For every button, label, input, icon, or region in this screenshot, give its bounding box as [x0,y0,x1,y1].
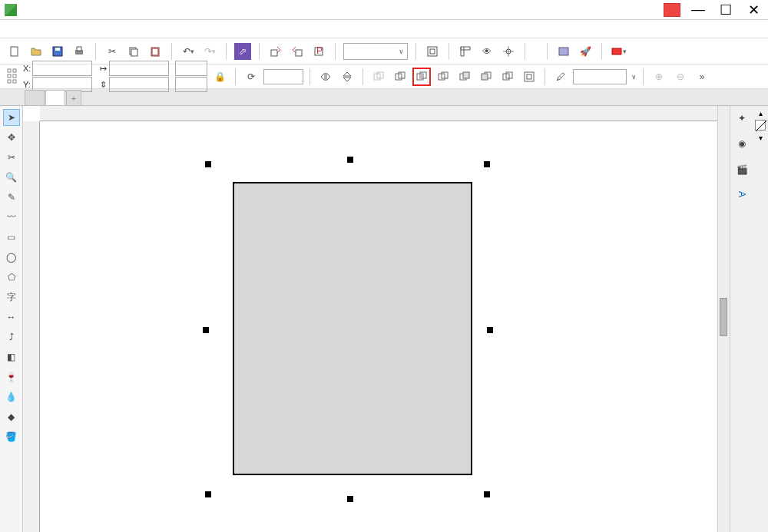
svg-rect-22 [8,80,11,83]
fullscreen-button[interactable] [424,43,441,60]
remove-preset-button[interactable]: ⊖ [671,68,690,86]
docker-lens[interactable]: ◉ [736,137,748,152]
color-palette: ▴ ▾ [753,106,767,532]
polygon-tool[interactable]: ⬠ [3,269,20,286]
vertical-ruler[interactable] [23,121,40,532]
eyedropper-tool[interactable]: 💧 [3,388,20,405]
intersect-button[interactable] [412,68,431,86]
boundary-button[interactable] [498,68,517,86]
open-button[interactable] [28,43,45,60]
outline-width-input[interactable] [573,69,627,84]
redo-button[interactable]: ↷ ▾ [201,43,218,60]
scale-x-input[interactable] [175,61,207,76]
drawing-canvas[interactable]: × [40,121,717,532]
tab-document-1[interactable] [45,90,65,105]
more-options-button[interactable]: » [693,68,711,86]
rectangle-tool[interactable]: ▭ [3,229,20,246]
lock-aspect-button[interactable]: 🔒 [210,68,229,86]
options-button[interactable] [555,43,572,60]
print-button[interactable] [71,43,88,60]
interactive-fill-tool[interactable]: ◆ [3,408,20,425]
user-badge-icon[interactable] [664,3,680,17]
svg-rect-34 [463,72,469,78]
svg-rect-0 [11,47,18,56]
paste-button[interactable] [147,43,164,60]
simplify-button[interactable] [434,68,452,86]
app-logo-icon [5,4,17,16]
publish-button[interactable]: P [310,43,327,60]
freehand-tool[interactable]: ✎ [3,189,20,206]
ellipse-tool[interactable]: ◯ [3,249,20,266]
svg-rect-16 [559,48,568,55]
weld-button[interactable] [369,68,388,86]
maximize-button[interactable]: ☐ [716,2,736,18]
mirror-h-button[interactable] [316,68,335,86]
no-color-swatch[interactable] [755,120,766,131]
show-guides-button[interactable] [500,43,517,60]
workspace: ➤ ✥ ✂ 🔍 ✎ 〰 ▭ ◯ ⬠ 字 ↔ ⤴ ◧ 🍷 💧 ◆ 🪣 [0,106,768,532]
svg-rect-40 [527,74,531,79]
show-rulers-button[interactable] [457,43,474,60]
front-minus-back-button[interactable] [455,68,474,86]
zoom-tool[interactable]: 🔍 [3,169,20,186]
back-minus-front-button[interactable] [477,68,495,86]
palette-up-icon[interactable]: ▴ [759,109,763,117]
mirror-v-button[interactable] [338,68,356,86]
artistic-media-tool[interactable]: 〰 [3,209,20,226]
close-button[interactable]: ✕ [743,2,763,18]
show-grid-button[interactable]: 👁 [478,43,495,60]
tab-welcome[interactable] [25,90,45,105]
canvas-area: × [23,106,717,532]
pick-tool[interactable]: ➤ [3,109,20,126]
text-tool[interactable]: 字 [3,289,20,306]
drop-shadow-tool[interactable]: ◧ [3,349,20,365]
zoom-select[interactable]: ∨ [343,43,408,60]
rotation-input[interactable] [263,69,303,84]
property-bar: X: Y: ↦ ⇕ 🔒 ⟳ 🖊 ∨ ⊕ ⊖ » [0,64,768,89]
hint-icon: 🎬 [736,163,748,175]
save-button[interactable] [49,43,66,60]
horizontal-ruler[interactable] [40,106,717,121]
import-button[interactable] [267,43,284,60]
vertical-scrollbar[interactable] [717,106,730,532]
stamp-drawing[interactable] [212,161,488,499]
height-input[interactable] [109,77,169,92]
snap-dropdown[interactable] [533,43,539,60]
svg-rect-9 [271,50,277,56]
svg-rect-18 [8,69,11,72]
svg-rect-41 [233,183,472,474]
combine-button[interactable] [520,68,538,86]
svg-text:P: P [316,45,323,56]
x-position-input[interactable] [32,61,92,76]
width-input[interactable] [109,61,169,76]
rotation-icon: ⟳ [242,68,260,86]
undo-button[interactable]: ↶ ▾ [180,43,197,60]
shape-tool[interactable]: ✥ [3,129,20,146]
crop-tool[interactable]: ✂ [3,149,20,166]
docker-hints[interactable]: 🎬 [736,163,748,177]
parallel-dim-tool[interactable]: ↔ [3,309,20,325]
scroll-thumb[interactable] [720,298,727,336]
connector-tool[interactable]: ⤴ [3,329,20,345]
smart-fill-tool[interactable]: 🪣 [3,428,20,445]
export-button[interactable] [289,43,306,60]
minimize-button[interactable]: — [688,2,708,18]
palette-down-icon[interactable]: ▾ [759,134,763,142]
scale-y-input[interactable] [175,77,207,92]
svg-rect-30 [420,74,423,78]
transparency-tool[interactable]: 🍷 [3,368,20,385]
app-launcher-button[interactable]: ▾ [610,43,627,60]
new-tab-button[interactable]: + [66,90,81,105]
launch-button[interactable]: 🚀 [577,43,594,60]
new-button[interactable] [6,43,23,60]
search-button[interactable]: ⬀ [234,43,251,60]
text-icon: A [736,188,748,200]
docker-text-properties[interactable]: A [736,188,748,203]
docker-object-properties[interactable]: ✦ [736,112,748,127]
trim-button[interactable] [391,68,409,86]
add-preset-button[interactable]: ⊕ [650,68,668,86]
copy-button[interactable] [125,43,142,60]
menu-bar [0,20,768,38]
svg-rect-17 [612,48,621,55]
cut-button[interactable]: ✂ [104,43,121,60]
